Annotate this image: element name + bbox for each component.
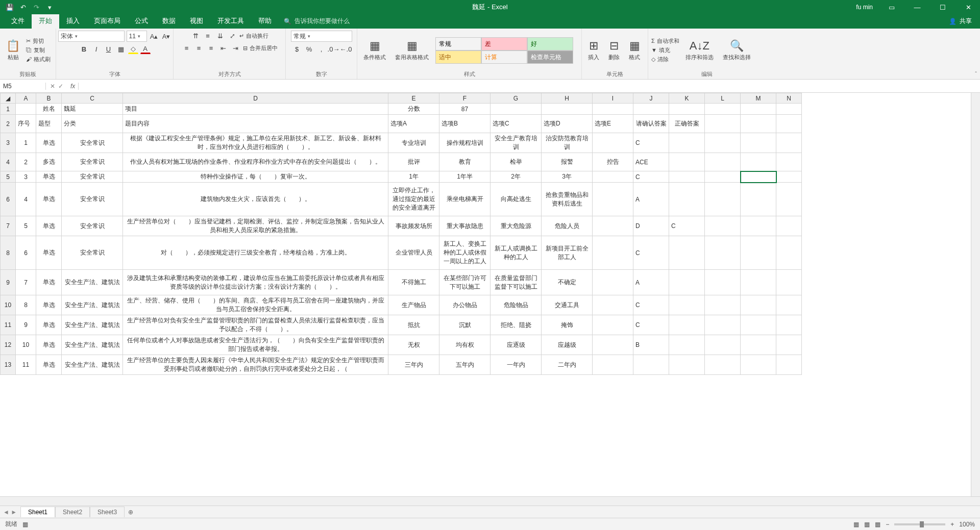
insert-cells-button[interactable]: ⊞插入	[585, 38, 602, 62]
align-center-icon[interactable]: ≡	[194, 43, 204, 53]
cell[interactable]: 单选	[36, 270, 62, 295]
align-top-icon[interactable]: ⇈	[190, 31, 201, 41]
cell[interactable]: 生产经营单位对负有安全生产监督管理职责的部门的监督检查人员依法履行监督检查职责，…	[123, 315, 388, 335]
cell[interactable]: 请确认答案	[633, 115, 669, 133]
cell[interactable]: 1年半	[439, 171, 491, 183]
style-bad[interactable]: 差	[481, 37, 527, 51]
view-normal-icon[interactable]: ▦	[853, 521, 859, 528]
cell[interactable]: 分类	[62, 115, 123, 133]
cell[interactable]: 安全常识	[62, 133, 123, 153]
sheet-tab[interactable]: Sheet2	[55, 507, 90, 517]
align-left-icon[interactable]: ≡	[182, 43, 192, 53]
merge-center-button[interactable]: ⊟合并后居中	[243, 44, 278, 52]
col-header[interactable]: K	[669, 93, 705, 104]
col-header[interactable]: C	[62, 93, 123, 104]
cell[interactable]: 新工人或调换工种的工人	[491, 236, 542, 270]
cell[interactable]: 任何单位或者个人对事故隐患或者安全生产违法行为，（ ）向负有安全生产监督管理职责…	[123, 335, 388, 355]
cell[interactable]: C	[633, 236, 669, 270]
row-header[interactable]: 9	[1, 270, 16, 295]
row-header[interactable]: 5	[1, 171, 16, 183]
sheet-tab[interactable]: Sheet3	[90, 507, 125, 517]
qat-dropdown-icon[interactable]: ▾	[45, 3, 54, 12]
cell[interactable]: 10	[16, 335, 36, 355]
col-header[interactable]: H	[542, 93, 593, 104]
add-sheet-button[interactable]: ⊕	[125, 507, 137, 517]
cell[interactable]: D	[633, 216, 669, 236]
cell[interactable]: 教育	[439, 153, 491, 171]
font-name-combo[interactable]: 宋体▾	[58, 31, 125, 42]
cell[interactable]: 3	[16, 171, 36, 183]
style-normal[interactable]: 常规	[435, 37, 481, 51]
cell[interactable]: 魏延	[62, 104, 123, 115]
decrease-decimal-icon[interactable]: ←.0	[341, 44, 351, 54]
indent-decrease-icon[interactable]: ⇤	[218, 43, 229, 53]
zoom-level[interactable]: 100%	[959, 521, 975, 528]
cell[interactable]: A	[633, 270, 669, 295]
horizontal-scrollbar[interactable]	[0, 496, 980, 506]
col-header[interactable]: G	[491, 93, 542, 104]
col-header[interactable]: M	[741, 93, 776, 104]
ribbon-display-icon[interactable]: ▭	[880, 0, 903, 14]
zoom-slider[interactable]	[894, 523, 945, 525]
selected-cell[interactable]	[741, 171, 776, 183]
cell[interactable]: 批评	[388, 153, 439, 171]
cell[interactable]: 单选	[36, 335, 62, 355]
cell[interactable]: 治安防范教育培训	[542, 133, 593, 153]
row-header[interactable]: 8	[1, 236, 16, 270]
col-header[interactable]: J	[633, 93, 669, 104]
italic-icon[interactable]: I	[91, 44, 102, 54]
conditional-format-button[interactable]: ▦条件格式	[360, 38, 389, 62]
tab-insert[interactable]: 插入	[59, 13, 87, 29]
enter-formula-icon[interactable]: ✓	[58, 83, 63, 90]
cell-styles-gallery[interactable]: 常规 差 好 适中 计算 检查单元格	[435, 37, 573, 63]
cell[interactable]: 不得施工	[388, 270, 439, 295]
cell[interactable]: 单选	[36, 133, 62, 153]
cell[interactable]: 检举	[491, 153, 542, 171]
cell[interactable]: 重大事故隐患	[439, 216, 491, 236]
cell[interactable]: 报警	[542, 153, 593, 171]
increase-decimal-icon[interactable]: .0→	[329, 44, 339, 54]
cell[interactable]: 5	[16, 216, 36, 236]
save-icon[interactable]: 💾	[5, 3, 14, 12]
cell[interactable]: 单选	[36, 171, 62, 183]
cell[interactable]: 无权	[388, 335, 439, 355]
cell[interactable]: C	[669, 216, 705, 236]
sheet-tab[interactable]: Sheet1	[20, 507, 55, 517]
find-select-button[interactable]: 🔍查找和选择	[720, 38, 754, 62]
tab-view[interactable]: 视图	[183, 13, 210, 29]
cell[interactable]: 2	[16, 153, 36, 171]
cell[interactable]: 特种作业操作证，每（ ）复审一次。	[123, 171, 388, 183]
cell[interactable]: 6	[16, 236, 36, 270]
cell[interactable]: 在某些部门许可下可以施工	[439, 270, 491, 295]
cell[interactable]: 五年内	[439, 355, 491, 375]
format-painter-button[interactable]: 🖌格式刷	[26, 56, 51, 63]
cell[interactable]: 题目内容	[123, 115, 388, 133]
row-header[interactable]: 13	[1, 355, 16, 375]
cell[interactable]: 交通工具	[542, 295, 593, 315]
cell[interactable]: 87	[439, 104, 491, 115]
col-header[interactable]: L	[705, 93, 741, 104]
tab-home[interactable]: 开始	[32, 13, 59, 29]
col-header[interactable]: B	[36, 93, 62, 104]
cell[interactable]: 根据《建设工程安全生产管理条例》规定，施工单位在采用新技术、新工艺、新设备、新材…	[123, 133, 388, 153]
cell[interactable]: 涉及建筑主体和承重结构变动的装修工程，建设单位应当在施工前委托原设计单位或者具有…	[123, 270, 388, 295]
tab-developer[interactable]: 开发工具	[210, 13, 251, 29]
cut-button[interactable]: ✂剪切	[26, 37, 51, 45]
cell[interactable]: 对（ ），必须按规定进行三级安全教育，经考核合格，方准上岗。	[123, 236, 388, 270]
macro-record-icon[interactable]: ▦	[22, 521, 28, 528]
row-header[interactable]: 6	[1, 183, 16, 216]
view-page-layout-icon[interactable]: ▦	[864, 521, 870, 528]
font-color-icon[interactable]: A	[140, 44, 151, 54]
vertical-scrollbar[interactable]	[971, 93, 980, 496]
cell[interactable]: 生产经营单位对（ ）应当登记建档，定期检测、评估、监控，并制定应急预案，告知从业…	[123, 216, 388, 236]
cell[interactable]: 安全常识	[62, 216, 123, 236]
sort-filter-button[interactable]: A↓Z排序和筛选	[682, 38, 717, 62]
cell[interactable]: 姓名	[36, 104, 62, 115]
format-as-table-button[interactable]: ▦套用表格格式	[392, 38, 432, 62]
tab-formulas[interactable]: 公式	[128, 13, 155, 29]
style-check[interactable]: 检查单元格	[527, 51, 573, 64]
style-neutral[interactable]: 适中	[435, 51, 481, 64]
row-header[interactable]: 3	[1, 133, 16, 153]
sheet-nav[interactable]: ◄ ►	[3, 509, 17, 516]
cell[interactable]: 应逐级	[491, 335, 542, 355]
